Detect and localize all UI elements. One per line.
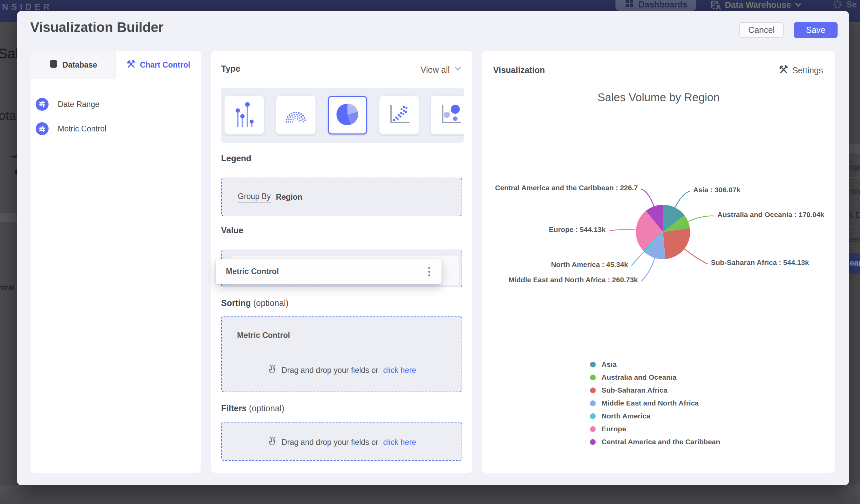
chevron-down-icon xyxy=(454,64,462,75)
pie-slice-label: Central America and the Caribbean : 226.… xyxy=(495,184,638,191)
sorting-title-text: Sorting xyxy=(221,298,251,308)
legend-color-dot xyxy=(590,388,596,393)
value-dragged-chip[interactable]: Metric Control xyxy=(216,259,442,284)
sidebar-item-label: Date Range xyxy=(58,100,100,109)
pie-slice[interactable] xyxy=(663,228,690,259)
hand-click-icon xyxy=(267,364,277,376)
visualization-builder-modal: Visualization Builder Cancel Save Databa… xyxy=(17,11,849,485)
save-button[interactable]: Save xyxy=(794,22,837,38)
filters-section-title: Filters (optional) xyxy=(221,403,284,413)
legend-color-dot xyxy=(590,400,596,406)
legend-color-dot xyxy=(590,362,596,368)
view-all-dropdown[interactable]: View all xyxy=(420,64,462,75)
nav-data-warehouse-label: Data Warehouse xyxy=(725,0,791,10)
chart-type-picker xyxy=(221,88,464,143)
bg-fragment-ear: ear xyxy=(849,258,860,268)
bg-fragment-eek: eek xyxy=(849,235,860,244)
sidebar-item-date-range[interactable]: Date Range xyxy=(36,96,185,112)
chart-type-bubble[interactable] xyxy=(431,96,464,134)
bg-fragment-ntral: ntral xyxy=(0,283,14,291)
sorting-section-title: Sorting (optional) xyxy=(221,298,289,308)
lollipop-chart-icon xyxy=(234,101,255,129)
filters-drop-text: Drag and drop your fields or xyxy=(282,438,378,447)
view-all-label: View all xyxy=(420,65,450,75)
legend-item[interactable]: Central America and the Caribbean xyxy=(590,435,720,448)
legend-item[interactable]: Middle East and North Africa xyxy=(590,397,720,409)
sorting-field-label: Metric Control xyxy=(237,331,290,340)
tools-icon xyxy=(778,64,788,76)
legend-item[interactable]: Australia and Oceania xyxy=(590,371,720,384)
filters-drop-zone[interactable]: Drag and drop your fields or click here xyxy=(221,422,462,461)
legend-item-label: Central America and the Caribbean xyxy=(602,438,720,446)
chart-title: Sales Volume by Region xyxy=(482,91,835,104)
legend-item[interactable]: Asia xyxy=(590,358,720,371)
pie-chart-icon xyxy=(334,102,360,129)
legend-item[interactable]: Sub-Saharan Africa xyxy=(590,384,720,397)
control-sidebar-card: Database Chart Control xyxy=(31,51,201,473)
nav-dashboards-label: Dashboards xyxy=(639,0,687,10)
pie-legend: AsiaAustralia and OceaniaSub-Saharan Afr… xyxy=(590,358,720,448)
chart-config-card: Type View all xyxy=(211,51,472,473)
pie-slice-label: Australia and Oceania : 170.04k xyxy=(717,211,824,218)
chevron-down-icon xyxy=(794,1,802,11)
tab-chart-control-label: Chart Control xyxy=(140,60,190,70)
legend-color-dot xyxy=(590,439,596,445)
nav-item-settings[interactable]: Se xyxy=(831,0,857,12)
legend-item-label: Asia xyxy=(602,360,616,369)
tab-chart-control[interactable]: Chart Control xyxy=(116,51,201,79)
bg-divider xyxy=(849,202,860,202)
sorting-drop-zone[interactable]: Metric Control Drag and drop your fields… xyxy=(221,316,462,392)
chart-type-scatter[interactable] xyxy=(379,96,419,134)
pie-slice-label: Europe : 544.13k xyxy=(549,226,606,233)
filters-optional-text: (optional) xyxy=(249,403,284,413)
filters-click-here-link[interactable]: click here xyxy=(383,438,416,447)
legend-item-label: North America xyxy=(602,412,650,420)
chart-type-pie[interactable] xyxy=(328,96,367,134)
bubble-chart-icon xyxy=(440,103,462,127)
sidebar-item-label: Metric Control xyxy=(58,124,106,133)
pie-leader-line xyxy=(609,230,636,231)
kebab-menu-icon[interactable] xyxy=(428,267,430,269)
chart-type-lollipop[interactable] xyxy=(225,96,264,134)
sorting-drop-text: Drag and drop your fields or xyxy=(282,366,378,375)
bg-selected-row: ear xyxy=(848,253,860,274)
group-by-value: Region xyxy=(276,192,302,202)
scatter-chart-icon xyxy=(388,103,410,127)
pie-slice-label: Middle East and North Africa : 260.73k xyxy=(508,276,638,284)
legend-item[interactable]: North America xyxy=(590,409,720,422)
hand-click-icon xyxy=(267,436,277,448)
chart-type-arc-dots[interactable] xyxy=(276,96,316,134)
settings-label: Settings xyxy=(792,66,823,75)
sliders-icon xyxy=(36,98,48,111)
pie-slice-label: North America : 45.34k xyxy=(551,260,628,268)
type-section-title: Type xyxy=(221,64,241,74)
nav-item-dashboards[interactable]: Dashboards xyxy=(615,0,696,11)
visualization-card: Visualization Settings Sales Volume by R… xyxy=(482,51,835,473)
dashboard-grid-icon xyxy=(624,0,634,10)
filters-drop-row: Drag and drop your fields or click here xyxy=(222,436,462,448)
sidebar-item-metric-control[interactable]: Metric Control xyxy=(36,120,185,137)
legend-item-label: Europe xyxy=(602,425,626,433)
bg-divider xyxy=(849,177,860,178)
legend-item-label: Middle East and North Africa xyxy=(602,399,699,407)
bg-fragment-kd: k D xyxy=(849,211,860,220)
settings-button[interactable]: Settings xyxy=(778,64,823,76)
legend-section-title: Legend xyxy=(221,154,251,163)
pie-leader-line xyxy=(631,251,645,266)
bg-fragment-sal: Sal xyxy=(0,45,19,62)
legend-color-dot xyxy=(590,426,596,432)
legend-item[interactable]: Europe xyxy=(590,422,720,435)
pie-chart-svg[interactable]: Asia : 306.07kAustralia and Oceania : 17… xyxy=(489,177,835,353)
bg-fragment-nge: nge xyxy=(849,162,860,172)
legend-color-dot xyxy=(590,375,596,380)
tab-database[interactable]: Database xyxy=(31,51,116,79)
pie-leader-line xyxy=(687,216,714,222)
legend-drop-zone[interactable]: Group By Region xyxy=(221,178,462,216)
group-by-label[interactable]: Group By xyxy=(238,192,271,202)
pie-leader-line xyxy=(641,189,654,207)
database-icon xyxy=(49,59,58,71)
sorting-click-here-link[interactable]: click here xyxy=(383,366,416,375)
nav-item-data-warehouse[interactable]: Data Warehouse xyxy=(710,0,802,12)
pie-slice-label: Asia : 306.07k xyxy=(693,186,741,193)
cancel-button[interactable]: Cancel xyxy=(740,22,784,38)
